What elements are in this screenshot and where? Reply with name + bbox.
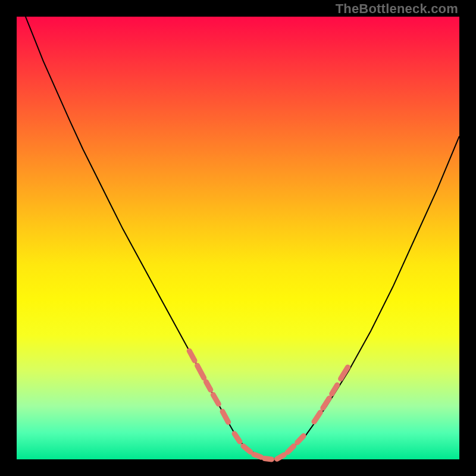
highlight-dash	[223, 412, 228, 422]
highlight-dash	[298, 436, 303, 443]
bottleneck-curve	[17, 0, 459, 459]
highlight-dash	[277, 455, 284, 459]
highlight-dash	[198, 365, 204, 378]
highlight-dashes	[189, 351, 347, 459]
highlight-dash	[243, 446, 250, 452]
chart-container: TheBottleneck.com	[0, 0, 476, 476]
highlight-dash	[206, 382, 211, 390]
highlight-dash	[332, 385, 337, 394]
highlight-dash	[189, 351, 195, 361]
highlight-dash	[341, 367, 348, 378]
highlight-dash	[254, 455, 261, 458]
highlight-dash	[287, 446, 293, 452]
curve-svg	[17, 17, 459, 459]
watermark-text: TheBottleneck.com	[336, 1, 458, 17]
highlight-dash	[314, 412, 320, 422]
highlight-dash	[234, 434, 240, 441]
highlight-dash	[213, 394, 218, 404]
highlight-dash	[265, 459, 272, 460]
highlight-dash	[323, 398, 330, 408]
plot-area	[17, 17, 459, 459]
